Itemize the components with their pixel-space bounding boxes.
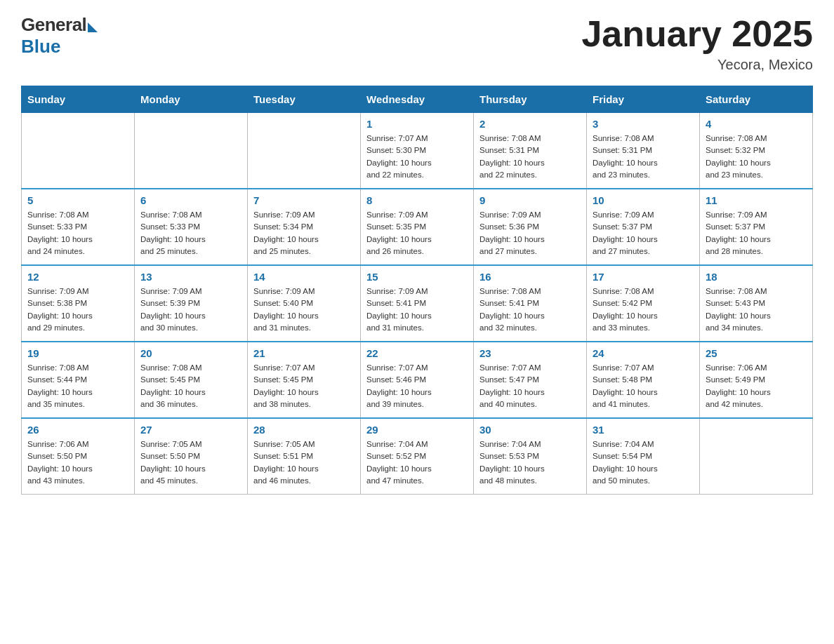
calendar-cell: 22Sunrise: 7:07 AM Sunset: 5:46 PM Dayli… [361,342,474,418]
calendar-title: January 2025 [581,14,813,54]
day-info: Sunrise: 7:04 AM Sunset: 5:54 PM Dayligh… [593,438,694,487]
day-info: Sunrise: 7:08 AM Sunset: 5:45 PM Dayligh… [140,362,241,410]
day-info: Sunrise: 7:08 AM Sunset: 5:33 PM Dayligh… [140,209,241,257]
day-number: 24 [593,347,694,359]
day-info: Sunrise: 7:07 AM Sunset: 5:48 PM Dayligh… [593,362,694,410]
calendar-week-row: 26Sunrise: 7:06 AM Sunset: 5:50 PM Dayli… [22,418,813,495]
calendar-cell: 13Sunrise: 7:09 AM Sunset: 5:39 PM Dayli… [135,265,248,342]
day-info: Sunrise: 7:08 AM Sunset: 5:41 PM Dayligh… [479,286,581,334]
calendar-week-row: 12Sunrise: 7:09 AM Sunset: 5:38 PM Dayli… [22,265,813,342]
day-info: Sunrise: 7:08 AM Sunset: 5:44 PM Dayligh… [27,362,128,410]
day-info: Sunrise: 7:09 AM Sunset: 5:40 PM Dayligh… [253,286,355,334]
day-number: 15 [366,271,468,283]
logo-triangle-icon [88,22,98,32]
calendar-cell: 5Sunrise: 7:08 AM Sunset: 5:33 PM Daylig… [22,189,135,265]
day-number: 25 [706,347,807,359]
calendar-header-tuesday: Tuesday [248,86,361,113]
day-number: 31 [593,424,694,436]
day-number: 26 [27,424,128,436]
page-header: General Blue January 2025 Yecora, Mexico [21,14,813,73]
calendar-cell: 7Sunrise: 7:09 AM Sunset: 5:34 PM Daylig… [248,189,361,265]
calendar-cell: 9Sunrise: 7:09 AM Sunset: 5:36 PM Daylig… [474,189,587,265]
day-info: Sunrise: 7:09 AM Sunset: 5:38 PM Dayligh… [27,286,128,334]
calendar-cell: 31Sunrise: 7:04 AM Sunset: 5:54 PM Dayli… [587,418,700,495]
day-number: 4 [706,118,807,130]
calendar-cell: 17Sunrise: 7:08 AM Sunset: 5:42 PM Dayli… [587,265,700,342]
day-info: Sunrise: 7:07 AM Sunset: 5:30 PM Dayligh… [366,133,468,181]
calendar-cell: 28Sunrise: 7:05 AM Sunset: 5:51 PM Dayli… [248,418,361,495]
day-number: 5 [27,194,128,206]
calendar-cell: 12Sunrise: 7:09 AM Sunset: 5:38 PM Dayli… [22,265,135,342]
day-info: Sunrise: 7:04 AM Sunset: 5:53 PM Dayligh… [479,438,581,487]
day-info: Sunrise: 7:09 AM Sunset: 5:36 PM Dayligh… [479,209,581,257]
day-info: Sunrise: 7:08 AM Sunset: 5:32 PM Dayligh… [706,133,807,181]
day-info: Sunrise: 7:09 AM Sunset: 5:41 PM Dayligh… [366,286,468,334]
calendar-cell: 16Sunrise: 7:08 AM Sunset: 5:41 PM Dayli… [474,265,587,342]
day-number: 9 [479,194,581,206]
day-info: Sunrise: 7:08 AM Sunset: 5:43 PM Dayligh… [706,286,807,334]
calendar-cell: 4Sunrise: 7:08 AM Sunset: 5:32 PM Daylig… [700,113,813,189]
title-block: January 2025 Yecora, Mexico [581,14,813,73]
calendar-header-wednesday: Wednesday [361,86,474,113]
calendar-cell: 20Sunrise: 7:08 AM Sunset: 5:45 PM Dayli… [135,342,248,418]
day-number: 30 [479,424,581,436]
calendar-cell: 19Sunrise: 7:08 AM Sunset: 5:44 PM Dayli… [22,342,135,418]
day-info: Sunrise: 7:09 AM Sunset: 5:37 PM Dayligh… [593,209,694,257]
day-number: 28 [253,424,355,436]
day-number: 14 [253,271,355,283]
calendar-cell: 27Sunrise: 7:05 AM Sunset: 5:50 PM Dayli… [135,418,248,495]
calendar-header-sunday: Sunday [22,86,135,113]
calendar-week-row: 19Sunrise: 7:08 AM Sunset: 5:44 PM Dayli… [22,342,813,418]
day-number: 19 [27,347,128,359]
day-number: 6 [140,194,241,206]
day-number: 18 [706,271,807,283]
day-number: 17 [593,271,694,283]
day-number: 22 [366,347,468,359]
calendar-cell [135,113,248,189]
calendar-cell: 15Sunrise: 7:09 AM Sunset: 5:41 PM Dayli… [361,265,474,342]
calendar-header-friday: Friday [587,86,700,113]
day-number: 8 [366,194,468,206]
day-info: Sunrise: 7:07 AM Sunset: 5:47 PM Dayligh… [479,362,581,410]
day-info: Sunrise: 7:06 AM Sunset: 5:49 PM Dayligh… [706,362,807,410]
day-info: Sunrise: 7:09 AM Sunset: 5:37 PM Dayligh… [706,209,807,257]
day-number: 23 [479,347,581,359]
logo-blue-text: Blue [21,36,60,58]
logo-general-text: General [21,14,86,36]
day-info: Sunrise: 7:09 AM Sunset: 5:34 PM Dayligh… [253,209,355,257]
day-info: Sunrise: 7:08 AM Sunset: 5:33 PM Dayligh… [27,209,128,257]
day-number: 29 [366,424,468,436]
day-number: 16 [479,271,581,283]
day-info: Sunrise: 7:06 AM Sunset: 5:50 PM Dayligh… [27,438,128,487]
calendar-header-monday: Monday [135,86,248,113]
calendar-cell: 24Sunrise: 7:07 AM Sunset: 5:48 PM Dayli… [587,342,700,418]
calendar-cell: 25Sunrise: 7:06 AM Sunset: 5:49 PM Dayli… [700,342,813,418]
calendar-cell: 18Sunrise: 7:08 AM Sunset: 5:43 PM Dayli… [700,265,813,342]
day-info: Sunrise: 7:09 AM Sunset: 5:39 PM Dayligh… [140,286,241,334]
day-number: 20 [140,347,241,359]
day-number: 3 [593,118,694,130]
calendar-cell: 23Sunrise: 7:07 AM Sunset: 5:47 PM Dayli… [474,342,587,418]
calendar-cell: 14Sunrise: 7:09 AM Sunset: 5:40 PM Dayli… [248,265,361,342]
calendar-table: SundayMondayTuesdayWednesdayThursdayFrid… [21,86,813,495]
calendar-cell: 21Sunrise: 7:07 AM Sunset: 5:45 PM Dayli… [248,342,361,418]
calendar-cell: 2Sunrise: 7:08 AM Sunset: 5:31 PM Daylig… [474,113,587,189]
calendar-cell [700,418,813,495]
day-info: Sunrise: 7:08 AM Sunset: 5:42 PM Dayligh… [593,286,694,334]
calendar-cell [248,113,361,189]
day-info: Sunrise: 7:07 AM Sunset: 5:45 PM Dayligh… [253,362,355,410]
day-info: Sunrise: 7:05 AM Sunset: 5:51 PM Dayligh… [253,438,355,487]
day-number: 21 [253,347,355,359]
calendar-header-row: SundayMondayTuesdayWednesdayThursdayFrid… [22,86,813,113]
day-info: Sunrise: 7:04 AM Sunset: 5:52 PM Dayligh… [366,438,468,487]
day-info: Sunrise: 7:05 AM Sunset: 5:50 PM Dayligh… [140,438,241,487]
calendar-location: Yecora, Mexico [581,57,813,73]
calendar-cell: 8Sunrise: 7:09 AM Sunset: 5:35 PM Daylig… [361,189,474,265]
calendar-cell: 3Sunrise: 7:08 AM Sunset: 5:31 PM Daylig… [587,113,700,189]
day-number: 2 [479,118,581,130]
calendar-cell: 1Sunrise: 7:07 AM Sunset: 5:30 PM Daylig… [361,113,474,189]
day-info: Sunrise: 7:08 AM Sunset: 5:31 PM Dayligh… [593,133,694,181]
day-number: 27 [140,424,241,436]
calendar-header-saturday: Saturday [700,86,813,113]
day-info: Sunrise: 7:08 AM Sunset: 5:31 PM Dayligh… [479,133,581,181]
